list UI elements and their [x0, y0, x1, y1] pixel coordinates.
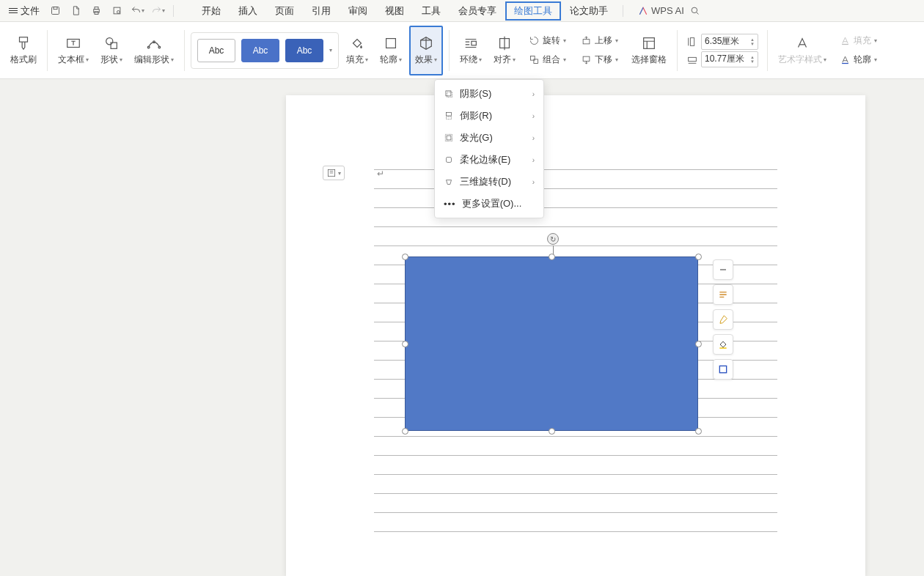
export-icon[interactable] — [66, 1, 85, 21]
svg-rect-35 — [719, 347, 726, 349]
chevron-right-icon: › — [532, 156, 535, 164]
tab-reference[interactable]: 引用 — [303, 0, 340, 22]
shape-button[interactable]: 形状▾ — [96, 26, 127, 75]
align-button[interactable]: 对齐▾ — [489, 26, 520, 75]
format-painter-icon — [15, 35, 32, 51]
chevron-right-icon: › — [532, 178, 535, 186]
text-outline-button[interactable]: 轮廓▾ — [837, 51, 880, 69]
text-fill-button[interactable]: 填充▾ — [837, 32, 880, 50]
tab-member[interactable]: 会员专享 — [450, 0, 505, 22]
float-style-button[interactable] — [713, 284, 733, 305]
fill-button[interactable]: 填充▾ — [342, 26, 373, 75]
resize-handle-ne[interactable] — [695, 254, 702, 260]
bucket-icon — [717, 339, 729, 350]
svg-rect-24 — [689, 57, 697, 61]
gallery-more-icon[interactable]: ▾ — [329, 47, 332, 53]
style-preset-1[interactable]: Abc — [197, 39, 235, 62]
resize-handle-s[interactable] — [549, 428, 555, 435]
undo-icon[interactable]: ▾ — [128, 1, 147, 21]
textbox-button[interactable]: 文本框▾ — [54, 26, 93, 75]
shape-style-gallery[interactable]: Abc Abc Abc ▾ — [191, 32, 339, 69]
tab-thesis[interactable]: 论文助手 — [561, 0, 617, 22]
rotate-handle[interactable]: ↻ — [547, 233, 559, 245]
minus-icon — [717, 264, 729, 276]
wrap-button[interactable]: 环绕▾ — [455, 26, 486, 75]
style-list-icon — [717, 289, 729, 300]
soft-edges-icon — [444, 155, 454, 165]
effect-button-highlight: 效果▾ — [409, 26, 443, 75]
svg-rect-20 — [583, 40, 590, 44]
selected-rectangle-shape[interactable] — [405, 256, 698, 431]
move-down-button[interactable]: 下移▾ — [578, 51, 621, 69]
outline-button[interactable]: 轮廓▾ — [375, 26, 406, 75]
chevron-right-icon: › — [532, 90, 535, 98]
svg-rect-22 — [644, 38, 655, 49]
resize-handle-sw[interactable] — [402, 428, 408, 435]
wordart-style-button[interactable]: 艺术字样式▾ — [774, 26, 831, 75]
wps-ai-label: WPS AI — [651, 5, 684, 16]
menu-reflection[interactable]: 倒影(R) › — [435, 105, 543, 127]
align-icon — [496, 35, 513, 51]
menu-more-settings[interactable]: •••更多设置(O)... — [435, 193, 543, 215]
text-fill-icon — [840, 35, 851, 46]
edit-shape-button[interactable]: 编辑形状▾ — [130, 26, 178, 75]
search-icon[interactable] — [686, 1, 705, 21]
menu-soft-edges[interactable]: 柔化边缘(E) › — [435, 149, 543, 171]
svg-rect-3 — [95, 7, 98, 10]
float-brush-button[interactable] — [713, 309, 733, 330]
svg-rect-23 — [690, 37, 694, 45]
resize-handle-n[interactable] — [549, 254, 555, 260]
svg-rect-33 — [447, 158, 452, 163]
resize-handle-se[interactable] — [695, 428, 702, 435]
menu-3d-rotation[interactable]: 三维旋转(D) › — [435, 171, 543, 193]
tab-page[interactable]: 页面 — [266, 0, 303, 22]
tab-insert[interactable]: 插入 — [230, 0, 266, 22]
rotate-button[interactable]: 旋转▾ — [526, 32, 569, 50]
effect-icon — [418, 35, 434, 51]
resize-handle-nw[interactable] — [402, 254, 408, 260]
float-collapse-button[interactable] — [713, 259, 733, 280]
resize-handle-w[interactable] — [402, 341, 408, 347]
save-icon[interactable] — [45, 1, 65, 21]
selection-pane-button[interactable]: 选择窗格 — [627, 26, 671, 75]
effect-button[interactable]: 效果▾ — [412, 29, 440, 73]
width-input[interactable]: 10.77厘米▲▼ — [701, 51, 758, 67]
menu-glow[interactable]: 发光(G) › — [435, 127, 543, 149]
menu-shadow[interactable]: 阴影(S) › — [435, 83, 543, 105]
layout-options-button[interactable]: ▾ — [323, 166, 345, 180]
move-down-icon — [581, 54, 592, 65]
width-icon — [686, 53, 698, 65]
rotate-group-col: 旋转▾ 组合▾ — [523, 32, 572, 69]
svg-rect-1 — [54, 7, 57, 10]
float-outline-button[interactable] — [713, 359, 733, 380]
group-button[interactable]: 组合▾ — [526, 51, 569, 69]
height-input[interactable]: 6.35厘米▲▼ — [701, 34, 758, 50]
move-col: 上移▾ 下移▾ — [575, 32, 624, 69]
rotate3d-icon — [444, 177, 454, 187]
title-bar: 文件 ▾ ▾ 开始 插入 页面 引用 审阅 视图 工具 会员专享 绘图工具 论文… — [0, 0, 924, 22]
tab-tools[interactable]: 工具 — [413, 0, 450, 22]
preview-icon[interactable] — [107, 1, 126, 21]
tab-view[interactable]: 视图 — [376, 0, 413, 22]
file-menu[interactable]: 文件 — [4, 4, 44, 18]
resize-handle-e[interactable] — [695, 341, 702, 347]
move-up-button[interactable]: 上移▾ — [578, 32, 621, 50]
tab-drawing-tools[interactable]: 绘图工具 — [505, 1, 561, 21]
format-painter-button[interactable]: 格式刷 — [6, 26, 41, 75]
wps-ai-button[interactable]: WPS AI — [638, 5, 684, 16]
style-preset-2[interactable]: Abc — [241, 39, 279, 62]
shape-icon — [103, 35, 120, 51]
tab-review[interactable]: 审阅 — [340, 0, 376, 22]
svg-point-6 — [117, 11, 120, 14]
wps-ai-icon — [638, 6, 648, 16]
style-preset-3[interactable]: Abc — [285, 39, 323, 62]
svg-rect-21 — [583, 56, 590, 61]
ribbon-tabs: 开始 插入 页面 引用 审阅 视图 工具 会员专享 绘图工具 论文助手 — [193, 0, 617, 22]
height-icon — [686, 36, 698, 48]
square-outline-icon — [717, 363, 729, 375]
float-fill-button[interactable] — [713, 334, 733, 355]
tab-start[interactable]: 开始 — [193, 0, 230, 22]
print-icon[interactable] — [87, 1, 106, 21]
redo-icon[interactable]: ▾ — [148, 1, 167, 21]
ribbon: 格式刷 文本框▾ 形状▾ 编辑形状▾ Abc Abc Abc ▾ 填充▾ 轮廓▾… — [0, 22, 924, 79]
